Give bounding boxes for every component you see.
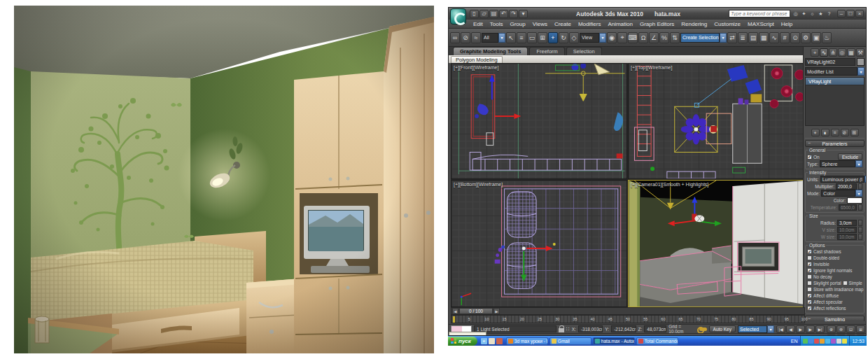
viewport-front[interactable]: [+][Front][Wireframe] — [451, 63, 627, 179]
selection-filter-dropdown[interactable]: All▾ — [482, 33, 505, 43]
save-file-icon[interactable]: ▤ — [489, 10, 498, 18]
select-and-link-icon[interactable]: ∞ — [450, 32, 460, 43]
use-pivot-point-center-icon[interactable]: ◉ — [607, 32, 617, 43]
previous-frame-arrow-icon[interactable]: ◀ — [452, 308, 458, 314]
spinner-icon[interactable] — [858, 183, 862, 190]
menu-tools[interactable]: Tools — [486, 21, 507, 27]
zoom-all-icon[interactable]: ⊛ — [836, 325, 846, 333]
rendered-frame-window-icon[interactable]: ▣ — [811, 32, 821, 43]
tab-create[interactable]: + — [811, 48, 819, 57]
chevron-down-icon[interactable]: ▾ — [599, 33, 606, 43]
bind-to-space-warp-icon[interactable]: ≈ — [471, 32, 481, 43]
mirror-icon[interactable]: ⇄ — [727, 32, 737, 43]
menu-help[interactable]: Help — [778, 21, 796, 27]
z-coordinate-field[interactable]: 48,073cm — [644, 325, 666, 332]
exclude-button[interactable]: Exclude — [838, 153, 862, 160]
tray-icon[interactable] — [831, 339, 836, 344]
checkbox-double-sided[interactable] — [807, 255, 812, 260]
play-button[interactable]: ▶ — [796, 325, 805, 333]
tray-icon[interactable] — [808, 339, 813, 344]
task-total-commander[interactable]: Total Commander 7.5... — [636, 337, 678, 345]
viewport-label[interactable]: [+][Bottom][Wireframe] — [454, 182, 503, 187]
curve-editor-icon[interactable]: ∿ — [769, 32, 779, 43]
select-and-move-icon[interactable]: + — [548, 32, 558, 43]
subscription-key-icon[interactable]: ✦ — [800, 10, 808, 17]
checkbox-no-decay[interactable] — [807, 274, 812, 279]
rollout-sampling[interactable]: Sampling — [805, 316, 864, 321]
next-frame-arrow-icon[interactable]: ▶ — [493, 308, 500, 314]
chevron-down-icon[interactable]: ▾ — [720, 33, 727, 43]
checkbox-store-with-irradiance-map[interactable] — [807, 287, 812, 292]
tab-polygon-modeling[interactable]: Polygon Modeling — [451, 56, 503, 63]
selection-set-dropdown[interactable]: Selected ▾ — [738, 325, 774, 333]
on-checkbox[interactable]: ✓ — [807, 155, 812, 160]
remove-modifier-icon[interactable]: ⊘ — [841, 129, 849, 136]
track-bar[interactable]: 5101520253035404550556065707580859095100 — [451, 315, 805, 323]
redo-icon[interactable]: ↷ — [509, 10, 518, 18]
tab-modify[interactable]: ∿ — [820, 48, 828, 57]
open-file-icon[interactable]: ▱ — [479, 10, 489, 18]
menu-group[interactable]: Group — [506, 21, 528, 27]
menu-graph-editors[interactable]: Graph Editors — [636, 21, 678, 27]
current-frame-marker[interactable] — [453, 316, 455, 323]
spinner-snap-toggle-icon[interactable]: ⇅ — [670, 32, 680, 43]
zoom-icon[interactable]: ⊕ — [827, 325, 836, 333]
checkbox-simple[interactable] — [843, 281, 848, 286]
select-and-manipulate-icon[interactable]: ⌖ — [617, 32, 627, 43]
graphite-ribbon-toggle-icon[interactable]: ▦ — [759, 32, 769, 43]
undo-icon[interactable]: ↶ — [499, 10, 508, 18]
modifier-stack-entry[interactable]: VRayLight — [806, 78, 864, 85]
select-object-icon[interactable]: ↖ — [506, 32, 516, 43]
application-menu-button[interactable] — [450, 8, 466, 24]
show-end-result-icon[interactable]: ∎ — [821, 129, 830, 136]
zoom-extents-icon[interactable]: ⊡ — [846, 325, 855, 333]
task-gmail-folder[interactable]: Gmail — [550, 337, 592, 345]
object-name-field[interactable]: VRayLight02 — [805, 58, 855, 66]
project-folder-icon[interactable]: ▾ — [519, 10, 528, 18]
menu-create[interactable]: Create — [551, 21, 575, 27]
viewport-top[interactable]: [+][Top][Wireframe] — [628, 63, 805, 179]
absolute-mode-toggle-icon[interactable]: ∷ — [566, 326, 570, 332]
window-crossing-toggle-icon[interactable]: ⊞ — [538, 32, 547, 43]
spinner-icon[interactable] — [858, 220, 862, 226]
chevron-down-icon[interactable]: ▾ — [498, 33, 505, 43]
go-to-start-button[interactable]: |◀ — [776, 325, 785, 333]
modifier-list-dropdown[interactable]: Modifier List ▾ — [805, 67, 864, 76]
material-editor-icon[interactable]: ⊙ — [790, 32, 800, 43]
task-firefox[interactable]: 3d max уроки - Пои... — [506, 337, 548, 345]
zoom-extents-all-icon[interactable]: ⊞ — [856, 325, 865, 333]
checkbox-affect-reflections[interactable]: ✓ — [807, 306, 812, 311]
tray-icon[interactable] — [803, 339, 808, 344]
chevron-down-icon[interactable]: ▾ — [855, 190, 862, 197]
tab-hierarchy[interactable]: ⋔ — [829, 48, 837, 57]
light-color-swatch[interactable] — [847, 197, 862, 204]
task-3dsmax[interactable]: hata.max - Autodesk ... — [593, 337, 635, 345]
search-icon[interactable]: ◎ — [792, 10, 799, 17]
start-button[interactable]: пуск — [448, 337, 477, 346]
viewport-bottom[interactable]: [+][Bottom][Wireframe] — [451, 180, 627, 307]
selection-lock-toggle-icon[interactable] — [559, 328, 564, 332]
named-selection-sets-dropdown[interactable]: Create Selection S▾ — [680, 33, 727, 43]
keyboard-shortcut-override-icon[interactable]: ⌨ — [628, 32, 638, 43]
chevron-down-icon[interactable]: ▾ — [858, 67, 864, 76]
menu-views[interactable]: Views — [529, 21, 551, 27]
next-frame-button[interactable]: ▶ — [806, 325, 815, 333]
angle-snap-toggle-icon[interactable]: ∠ — [649, 32, 659, 43]
checkbox-ignore-light-normals[interactable]: ✓ — [807, 268, 812, 273]
render-setup-icon[interactable]: ⚙ — [801, 32, 811, 43]
checkbox-affect-specular[interactable]: ✓ — [807, 300, 812, 304]
chevron-down-icon[interactable]: ▾ — [767, 325, 774, 333]
auto-key-button[interactable]: Auto Key — [709, 325, 736, 332]
align-icon[interactable]: ≣ — [738, 32, 748, 43]
units-dropdown[interactable]: Luminous power (l ▾ — [820, 176, 866, 183]
v-size-field[interactable]: 10,0cm — [837, 227, 857, 233]
schematic-view-icon[interactable]: # — [780, 32, 790, 43]
ribbon-tab-freeform[interactable]: Freeform — [529, 47, 564, 55]
go-to-end-button[interactable]: ▶| — [816, 325, 825, 333]
make-unique-icon[interactable]: ≡ — [831, 129, 839, 136]
tray-icon[interactable] — [825, 339, 830, 344]
render-production-icon[interactable]: ♨ — [822, 32, 832, 43]
tab-display[interactable]: ▦ — [847, 48, 855, 57]
favorites-icon[interactable]: ★ — [817, 10, 825, 17]
menu-customize[interactable]: Customize — [710, 21, 744, 27]
